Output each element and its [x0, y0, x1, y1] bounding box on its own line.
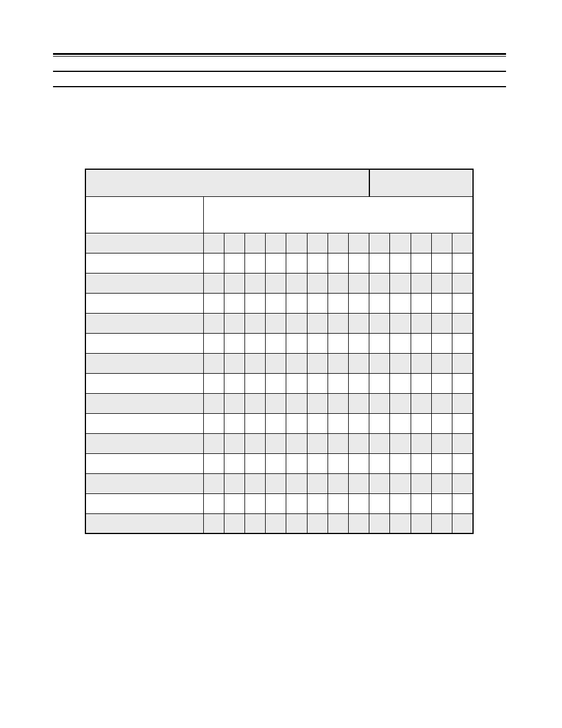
cell	[286, 233, 307, 253]
cell	[286, 433, 307, 453]
cell	[431, 313, 452, 333]
cell	[369, 233, 390, 253]
row-label	[85, 493, 203, 513]
cell	[452, 233, 473, 253]
cell	[349, 373, 369, 393]
cell	[349, 313, 369, 333]
cell	[328, 273, 348, 293]
cell	[286, 293, 307, 313]
cell	[369, 353, 390, 373]
cell	[411, 513, 431, 533]
cell	[411, 353, 431, 373]
cell	[286, 453, 307, 473]
cell	[390, 313, 411, 333]
cell	[411, 393, 431, 413]
table-row	[85, 253, 473, 273]
cell	[369, 473, 390, 493]
cell	[203, 313, 224, 333]
cell	[431, 393, 452, 413]
cell	[452, 473, 473, 493]
cell	[307, 473, 328, 493]
cell	[307, 493, 328, 513]
cell	[203, 453, 224, 473]
cell	[390, 293, 411, 313]
row-label	[85, 253, 203, 273]
cell	[286, 513, 307, 533]
cell	[328, 333, 348, 353]
cell	[224, 233, 244, 253]
cell	[390, 413, 411, 433]
cell	[286, 253, 307, 273]
table-row	[85, 413, 473, 433]
cell	[266, 433, 286, 453]
cell	[224, 493, 244, 513]
table-row	[85, 233, 473, 253]
cell	[369, 373, 390, 393]
cell	[411, 433, 431, 453]
cell	[244, 253, 265, 273]
cell	[349, 353, 369, 373]
cell	[286, 353, 307, 373]
cell	[328, 493, 348, 513]
cell	[307, 273, 328, 293]
cell	[224, 453, 244, 473]
cell	[431, 253, 452, 273]
cell	[328, 413, 348, 433]
row-label	[85, 293, 203, 313]
cell	[266, 493, 286, 513]
cell	[349, 253, 369, 273]
cell	[452, 333, 473, 353]
cell	[431, 373, 452, 393]
cell	[244, 273, 265, 293]
cell	[349, 453, 369, 473]
cell	[203, 473, 224, 493]
cell	[390, 273, 411, 293]
header-title-right	[369, 169, 473, 196]
cell	[369, 433, 390, 453]
row-label	[85, 453, 203, 473]
cell	[307, 293, 328, 313]
cell	[369, 293, 390, 313]
cell	[266, 293, 286, 313]
table-row	[85, 493, 473, 513]
cell	[286, 313, 307, 333]
cell	[307, 313, 328, 333]
cell	[369, 393, 390, 413]
cell	[369, 513, 390, 533]
single-rule-2	[53, 86, 506, 87]
row-label	[85, 353, 203, 373]
cell	[266, 413, 286, 433]
cell	[431, 453, 452, 473]
cell	[349, 233, 369, 253]
cell	[349, 493, 369, 513]
cell	[452, 253, 473, 273]
cell	[307, 333, 328, 353]
cell	[431, 473, 452, 493]
cell	[203, 333, 224, 353]
cell	[203, 373, 224, 393]
cell	[390, 493, 411, 513]
cell	[349, 413, 369, 433]
table-row	[85, 353, 473, 373]
cell	[431, 513, 452, 533]
cell	[411, 413, 431, 433]
cell	[369, 333, 390, 353]
cell	[286, 273, 307, 293]
table-row	[85, 473, 473, 493]
row-label	[85, 333, 203, 353]
cell	[244, 433, 265, 453]
row-label-header	[85, 196, 203, 233]
cell	[224, 253, 244, 273]
cell	[452, 433, 473, 453]
table-row	[85, 373, 473, 393]
cell	[203, 273, 224, 293]
cell	[390, 433, 411, 453]
cell	[224, 373, 244, 393]
header-title-left	[85, 169, 369, 196]
cell	[431, 413, 452, 433]
cell	[411, 253, 431, 273]
cell	[328, 393, 348, 413]
cell	[390, 513, 411, 533]
cell	[431, 233, 452, 253]
cell	[244, 393, 265, 413]
